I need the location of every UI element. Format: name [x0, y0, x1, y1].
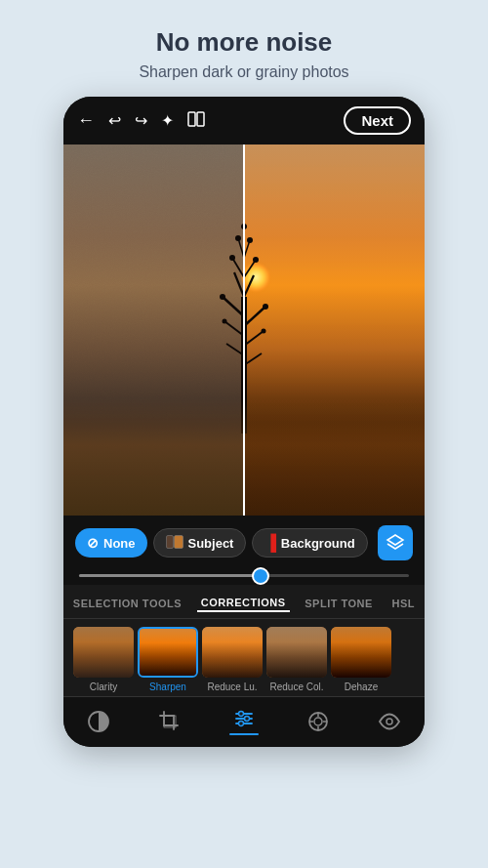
- svg-rect-1: [197, 112, 204, 126]
- svg-line-10: [244, 275, 254, 297]
- svg-rect-24: [166, 535, 173, 548]
- correction-dehaze-thumb: [331, 627, 391, 678]
- svg-line-12: [244, 260, 256, 277]
- bottom-nav: [63, 696, 425, 747]
- eye-icon: [378, 710, 401, 733]
- correction-clarity[interactable]: Clarity: [73, 627, 134, 692]
- tab-hsl[interactable]: HSL: [388, 596, 420, 611]
- chip-background[interactable]: ▐ Background: [252, 528, 367, 558]
- correction-reduce-color[interactable]: Reduce Col.: [266, 627, 327, 692]
- healing-icon: [306, 710, 330, 733]
- svg-rect-0: [188, 112, 195, 126]
- svg-point-22: [247, 237, 253, 243]
- chip-background-label: Background: [281, 536, 355, 551]
- nav-preview[interactable]: [378, 710, 401, 733]
- toolbar-left: ← ↩ ↪ ✦: [77, 110, 205, 132]
- compare-slider-thumb[interactable]: [252, 567, 269, 585]
- chip-none[interactable]: ⊘ None: [75, 528, 147, 558]
- svg-point-33: [238, 722, 243, 726]
- svg-point-40: [386, 719, 392, 724]
- nav-adjustments[interactable]: [229, 707, 259, 735]
- svg-point-18: [262, 329, 266, 334]
- svg-point-15: [220, 294, 225, 300]
- corrections-grid: Clarity Sharpen Reduce Lu. Reduce Col.: [63, 619, 425, 696]
- layers-icon: [386, 533, 405, 553]
- svg-point-19: [229, 255, 235, 261]
- correction-dehaze-label: Dehaze: [345, 682, 378, 692]
- compare-divider[interactable]: [243, 145, 245, 516]
- correction-clarity-thumb: [73, 627, 134, 678]
- background-icon: ▐: [264, 534, 275, 552]
- correction-reduce-luminance-label: Reduce Lu.: [207, 682, 257, 692]
- magic-wand-icon[interactable]: ✦: [161, 111, 174, 130]
- undo-icon[interactable]: ↩: [108, 111, 121, 130]
- svg-point-31: [238, 712, 243, 717]
- page-header: No more noise Sharpen dark or grainy pho…: [119, 0, 368, 97]
- correction-reduce-color-thumb: [266, 627, 327, 678]
- none-icon: ⊘: [87, 535, 99, 551]
- nav-crop[interactable]: [158, 710, 182, 733]
- nav-presets[interactable]: [87, 710, 110, 733]
- chip-subject-label: Subject: [188, 536, 234, 551]
- nav-healing[interactable]: [306, 710, 330, 733]
- svg-point-17: [223, 319, 227, 324]
- photo-compare-area: [63, 145, 425, 516]
- correction-reduce-luminance-thumb: [202, 627, 263, 678]
- selection-bar: ⊘ None Subject ▐ Background: [63, 516, 425, 570]
- page-subtitle: Sharpen dark or grainy photos: [139, 63, 348, 81]
- correction-reduce-luminance[interactable]: Reduce Lu.: [202, 627, 263, 692]
- correction-sharpen-thumb: [138, 627, 198, 678]
- presets-icon: [87, 710, 110, 733]
- redo-icon[interactable]: ↪: [135, 111, 147, 130]
- tab-selection-tools[interactable]: SELECTION TOOLS: [69, 596, 185, 611]
- svg-point-16: [263, 304, 268, 310]
- correction-sharpen-label: Sharpen: [149, 682, 186, 692]
- crop-icon: [158, 710, 182, 733]
- back-icon[interactable]: ←: [77, 110, 95, 131]
- phone-container: ← ↩ ↪ ✦ Next: [63, 97, 425, 747]
- correction-clarity-label: Clarity: [90, 682, 117, 692]
- correction-dehaze[interactable]: Dehaze: [331, 627, 391, 692]
- phone-toolbar: ← ↩ ↪ ✦ Next: [63, 97, 425, 145]
- compare-slider-track[interactable]: [79, 574, 409, 577]
- correction-sharpen[interactable]: Sharpen: [138, 627, 198, 692]
- svg-rect-25: [174, 535, 183, 548]
- chip-none-label: None: [103, 536, 136, 551]
- layers-button[interactable]: [378, 525, 413, 560]
- adjustments-icon: [232, 707, 256, 730]
- adjustments-active-indicator: [229, 733, 259, 735]
- svg-point-35: [314, 718, 322, 725]
- svg-line-4: [244, 307, 265, 326]
- compare-slider-container: [63, 570, 425, 585]
- correction-reduce-color-label: Reduce Col.: [269, 682, 323, 692]
- svg-point-20: [253, 257, 259, 263]
- page-title: No more noise: [139, 27, 348, 58]
- svg-line-3: [223, 297, 244, 316]
- next-button[interactable]: Next: [344, 106, 411, 135]
- compare-icon[interactable]: [187, 110, 205, 132]
- subject-icon: [166, 535, 183, 552]
- tab-corrections[interactable]: CORRECTIONS: [197, 595, 290, 612]
- svg-point-21: [235, 235, 241, 241]
- tabs-row: SELECTION TOOLS CORRECTIONS SPLIT TONE H…: [63, 585, 425, 619]
- tab-split-tone[interactable]: SPLIT TONE: [301, 596, 377, 611]
- compare-slider-fill: [79, 574, 261, 577]
- selection-chips: ⊘ None Subject ▐ Background: [75, 528, 368, 558]
- chip-subject[interactable]: Subject: [153, 528, 247, 558]
- svg-point-32: [244, 717, 249, 722]
